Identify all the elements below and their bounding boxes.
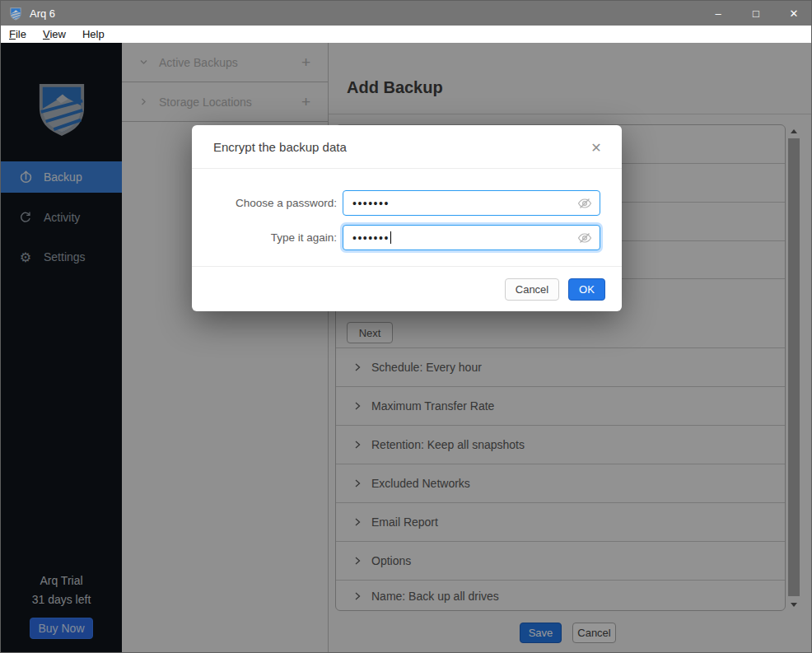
confirm-password-field-row: Type it again: ••••••• <box>192 225 600 250</box>
password-field-row: Choose a password: ••••••• <box>192 190 600 216</box>
eye-slash-icon[interactable] <box>577 198 592 209</box>
dialog-footer: Cancel OK <box>192 266 622 311</box>
menu-view[interactable]: View <box>35 26 74 43</box>
window-title: Arq 6 <box>30 7 55 20</box>
eye-slash-icon[interactable] <box>577 232 592 244</box>
close-button[interactable]: ✕ <box>775 1 812 26</box>
dialog-title: Encrypt the backup data <box>213 140 347 154</box>
dialog-header: Encrypt the backup data ✕ <box>192 125 622 169</box>
menu-file[interactable]: File <box>1 26 35 43</box>
menu-help[interactable]: Help <box>74 26 113 43</box>
dialog-cancel-button[interactable]: Cancel <box>505 278 559 301</box>
masked-password-value: ••••••• <box>352 232 390 244</box>
confirm-password-input[interactable]: ••••••• <box>343 225 600 250</box>
minimize-button[interactable]: – <box>699 1 737 26</box>
encrypt-dialog: Encrypt the backup data ✕ Choose a passw… <box>192 125 622 311</box>
text-cursor <box>390 231 391 244</box>
confirm-password-label: Type it again: <box>192 231 337 244</box>
password-label: Choose a password: <box>192 197 337 209</box>
dialog-ok-button[interactable]: OK <box>568 278 605 301</box>
menu-bar: File View Help <box>1 26 812 43</box>
password-input[interactable]: ••••••• <box>343 190 600 216</box>
title-bar: Arq 6 – □ ✕ <box>1 1 812 26</box>
dialog-close-icon[interactable]: ✕ <box>587 138 605 156</box>
app-logo-icon <box>9 7 22 21</box>
maximize-button[interactable]: □ <box>737 1 775 26</box>
window-controls: – □ ✕ <box>699 1 812 26</box>
masked-password-value: ••••••• <box>352 198 390 209</box>
